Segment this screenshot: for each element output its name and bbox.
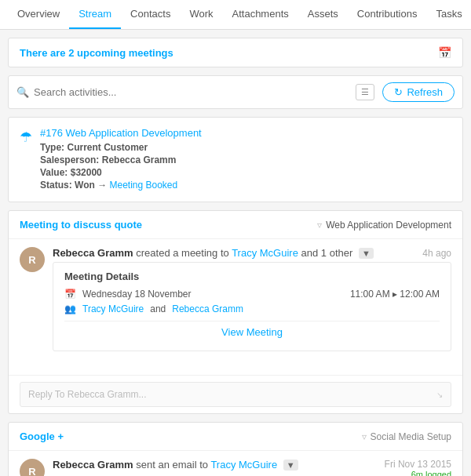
meeting-activity-section: Meeting to discuss quote ▿ Web Applicati… [8, 210, 463, 414]
value-amount: $32000 [71, 167, 102, 178]
info-status-row: Status: Won → Meeting Booked [40, 180, 451, 191]
google-email-meta: Rebecca Gramm sent an email to Tracy McG… [53, 459, 451, 476]
filter-icon: ▿ [317, 220, 322, 231]
search-bar: 🔍 ☰ ↻ Refresh [8, 75, 463, 109]
tab-contributions[interactable]: Contributions [348, 0, 427, 29]
google-expand-icon[interactable]: ▼ [283, 460, 298, 471]
list-view-button[interactable]: ☰ [356, 84, 374, 100]
google-email-date: Fri Nov 13 2015 [385, 459, 451, 470]
meeting-date-row: 📅 Wednesday 18 November 11:00 AM ▸ 12:00… [64, 289, 440, 300]
meeting-recipient-link[interactable]: Tracy McGuire [232, 247, 298, 259]
meeting-user-name: Rebecca Gramm [53, 247, 133, 259]
meeting-time-range: 11:00 AM ▸ 12:00 AM [350, 289, 440, 300]
tab-stream[interactable]: Stream [69, 0, 121, 29]
salesperson-value: Rebecca Gramm [102, 154, 177, 165]
google-header: Google + ▿ Social Media Setup [9, 423, 462, 451]
meeting-activity-header: Meeting to discuss quote ▿ Web Applicati… [9, 211, 462, 239]
google-section-title: Google + [20, 431, 64, 442]
google-email-row: R Rebecca Gramm sent an email to Tracy M… [20, 459, 451, 476]
meeting-header-context: Web Application Development [326, 220, 451, 231]
google-email-content: Rebecca Gramm sent an email to Tracy McG… [53, 459, 451, 476]
info-salesperson-row: Salesperson: Rebecca Gramm [40, 154, 451, 165]
info-card-content: #176 Web Application Development Type: C… [40, 127, 451, 192]
search-input-wrap: 🔍 [16, 86, 348, 98]
meeting-action: created a meeting to [136, 247, 232, 259]
meeting-person1-link[interactable]: Tracy McGuire [82, 303, 144, 314]
status-arrow: → [97, 180, 109, 191]
google-avatar: R [20, 459, 45, 476]
tab-tasks[interactable]: Tasks [426, 0, 471, 29]
info-value-row: Value: $32000 [40, 167, 451, 178]
status-from: Won [75, 180, 95, 191]
meeting-reply-box: Reply To Rebecca Gramm... ↘ [9, 375, 462, 413]
type-label: Type: [40, 142, 64, 153]
meeting-date-text: Wednesday 18 November [82, 289, 192, 300]
google-header-context: Social Media Setup [371, 431, 451, 442]
value-label: Value: [40, 167, 68, 178]
upcoming-suffix: upcoming meetings [74, 47, 173, 59]
social-filter-icon: ▿ [362, 431, 367, 442]
calendar-icon: 📅 [438, 46, 451, 59]
search-input[interactable] [34, 86, 348, 98]
meeting-person2-link[interactable]: Rebecca Gramm [172, 303, 243, 314]
meeting-user-content: Rebecca Gramm created a meeting to Tracy… [53, 247, 451, 359]
info-card-title[interactable]: #176 Web Application Development [40, 127, 451, 139]
google-header-right: ▿ Social Media Setup [362, 431, 451, 442]
refresh-label: Refresh [407, 86, 443, 98]
upcoming-meetings-text: There are 2 upcoming meetings [20, 47, 173, 59]
meeting-user-row: R Rebecca Gramm created a meeting to Tra… [20, 247, 451, 359]
tab-assets[interactable]: Assets [298, 0, 348, 29]
view-meeting-button[interactable]: View Meeting [64, 321, 440, 343]
refresh-icon: ↻ [394, 86, 403, 98]
meeting-extra: and 1 other [301, 247, 356, 259]
search-icon: 🔍 [16, 86, 29, 98]
calendar-detail-icon: 📅 [64, 289, 76, 300]
meeting-action-text: Rebecca Gramm created a meeting to Tracy… [53, 247, 374, 259]
refresh-button[interactable]: ↻ Refresh [382, 82, 455, 102]
meeting-header-right: ▿ Web Application Development [317, 220, 451, 231]
google-user-name: Rebecca Gramm [53, 459, 133, 471]
people-icon: 👥 [64, 303, 76, 314]
tab-contacts[interactable]: Contacts [121, 0, 180, 29]
google-activity-section: Google + ▿ Social Media Setup R Rebecca … [8, 422, 463, 476]
status-label: Status: [40, 180, 72, 191]
upcoming-meetings-banner: There are 2 upcoming meetings 📅 [8, 38, 463, 67]
reply-expand-icon: ↘ [436, 391, 443, 399]
meeting-name-row: Rebecca Gramm created a meeting to Tracy… [53, 247, 451, 259]
avatar: R [20, 247, 45, 272]
type-value: Current Customer [67, 142, 148, 153]
meeting-time: 4h ago [422, 248, 451, 259]
expand-icon[interactable]: ▼ [359, 248, 374, 259]
google-logged-badge: 6m logged [385, 470, 451, 476]
nav-tabs: Overview Stream Contacts Work Attachment… [0, 0, 471, 30]
upcoming-prefix: There are [20, 47, 68, 59]
info-card: ☂ #176 Web Application Development Type:… [8, 117, 463, 202]
funnel-icon: ☂ [20, 129, 32, 192]
google-email-user-text: Rebecca Gramm sent an email to Tracy McG… [53, 459, 298, 471]
google-recipient-link[interactable]: Tracy McGuire [210, 459, 277, 471]
meeting-person-connector: and [150, 303, 166, 314]
google-activity-body: R Rebecca Gramm sent an email to Tracy M… [9, 451, 462, 476]
salesperson-label: Salesperson: [40, 154, 99, 165]
meeting-activity-body: R Rebecca Gramm created a meeting to Tra… [9, 239, 462, 375]
tab-work[interactable]: Work [180, 0, 222, 29]
meeting-section-title: Meeting to discuss quote [20, 219, 142, 231]
meeting-people-row: 👥 Tracy McGuire and Rebecca Gramm [64, 303, 440, 314]
status-to-link[interactable]: Meeting Booked [109, 180, 177, 191]
tab-overview[interactable]: Overview [8, 0, 69, 29]
meeting-details-title: Meeting Details [64, 271, 440, 282]
google-time-block: Fri Nov 13 2015 6m logged [385, 459, 451, 476]
tab-attachments[interactable]: Attachments [223, 0, 298, 29]
meeting-reply-input[interactable]: Reply To Rebecca Gramm... ↘ [20, 382, 451, 407]
meeting-details-box: Meeting Details 📅 Wednesday 18 November … [53, 262, 451, 351]
info-type-row: Type: Current Customer [40, 142, 451, 153]
google-action: sent an email to [136, 459, 210, 471]
meeting-reply-placeholder: Reply To Rebecca Gramm... [28, 389, 147, 400]
